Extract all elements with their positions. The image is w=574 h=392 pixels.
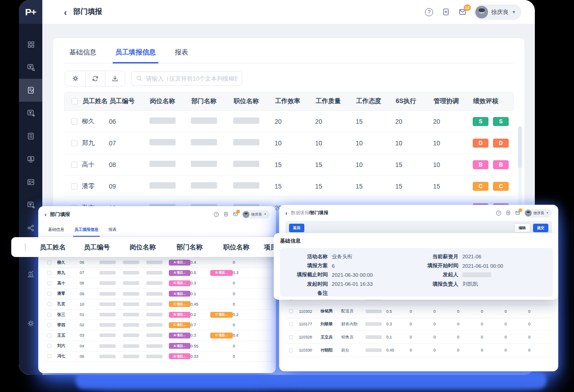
row-checkbox[interactable]	[47, 333, 51, 338]
value-cell: 0	[457, 309, 481, 314]
text-placeholder	[146, 292, 163, 296]
row-checkbox[interactable]	[289, 335, 293, 339]
column-header: 员工编号	[108, 97, 148, 105]
sidebar-item-fill-report[interactable]	[19, 79, 42, 102]
column-header-label: 员工编号	[109, 97, 135, 104]
mail-icon[interactable]	[515, 210, 520, 216]
row-checkbox[interactable]	[47, 302, 51, 306]
basic-info-title: 基础信息	[280, 238, 553, 244]
value-cell: 0	[434, 335, 457, 339]
sidebar-item-id-card[interactable]	[19, 171, 42, 194]
user-menu[interactable]: 徐庆良 ▼	[242, 210, 270, 219]
sidebar-item-salary-out[interactable]	[19, 102, 42, 125]
row-checkbox[interactable]	[47, 261, 51, 265]
fill-report-icon	[27, 86, 35, 95]
select-all-checkbox[interactable]	[25, 243, 26, 251]
row-checkbox[interactable]	[47, 354, 51, 358]
row-checkbox[interactable]	[289, 309, 293, 313]
value-cell: 0.2	[190, 312, 210, 317]
employee-id: 110302	[299, 309, 321, 314]
row-checkbox[interactable]	[47, 313, 51, 317]
employee-name: 郑九	[57, 270, 80, 276]
new-doc-icon[interactable]	[223, 212, 229, 217]
sidebar-item-training[interactable]	[19, 148, 42, 171]
info-field-value: 2021-06-01 16:33	[332, 281, 373, 287]
app-logo[interactable]: P+	[19, 0, 42, 24]
placeholder-cell	[231, 182, 273, 190]
back-icon[interactable]: ‹	[64, 8, 67, 17]
search-input[interactable]	[131, 71, 242, 86]
help-icon[interactable]: ?	[213, 212, 219, 217]
value-cell: 0	[505, 322, 529, 326]
row-checkbox[interactable]	[289, 348, 293, 352]
popup-tab-员工填报信息[interactable]: 员工填报信息	[74, 227, 99, 236]
refresh-button[interactable]	[85, 71, 105, 86]
text-placeholder	[99, 313, 116, 316]
column-header-label: 绩效评核	[473, 97, 498, 104]
popup-left-topbar: ‹ 部门填报 ? 徐庆良 ▼	[38, 206, 276, 222]
text-placeholder	[191, 182, 217, 189]
row-checkbox[interactable]	[47, 281, 51, 285]
basic-info-panel: 活动名称业务头衔填报方案6填报截止时间2021-06-30 00:00发起时间2…	[280, 248, 553, 297]
text-placeholder	[146, 261, 163, 264]
user-menu[interactable]: 徐庆良 ▼	[474, 5, 521, 20]
text-placeholder	[99, 281, 116, 285]
text-placeholder	[99, 355, 116, 358]
edit-button[interactable]: 编辑	[514, 223, 530, 233]
row-checkbox[interactable]	[71, 162, 77, 168]
text-placeholder	[146, 355, 163, 358]
mail-icon[interactable]	[232, 212, 238, 217]
tab-报表[interactable]: 报表	[175, 48, 188, 63]
value-cell: 0.3	[233, 270, 253, 275]
value-cell: 0.55	[190, 344, 210, 348]
text-placeholder	[123, 355, 139, 358]
help-icon[interactable]: ?	[424, 7, 434, 17]
placeholder-cell	[189, 139, 231, 147]
sidebar-item-calculator[interactable]	[19, 125, 42, 148]
row-checkbox[interactable]	[47, 292, 51, 296]
tab-员工填报信息[interactable]: 员工填报信息	[115, 48, 156, 63]
value-cell: 0.3	[190, 281, 210, 285]
new-doc-icon[interactable]	[505, 210, 511, 216]
row-checkbox[interactable]	[71, 140, 77, 146]
popup-tab-报表[interactable]: 报表	[108, 227, 117, 236]
breadcrumb-parent[interactable]: 数据填报	[291, 210, 309, 216]
back-icon[interactable]: ‹	[285, 210, 287, 216]
row-checkbox[interactable]	[71, 183, 77, 189]
value-cell: 0.5	[386, 309, 410, 314]
row-checkbox[interactable]	[47, 323, 51, 327]
help-icon[interactable]: ?	[496, 210, 502, 216]
text-placeholder	[233, 182, 259, 189]
popup-tab-基础信息[interactable]: 基础信息	[48, 227, 64, 236]
score-cell: 10	[273, 140, 313, 147]
back-button[interactable]: 返回	[289, 224, 304, 232]
project-badge: B 项目...	[169, 353, 190, 359]
popup-right-topbar: ‹ 数据填报 /部门填报 ? 徐庆良 ▼	[279, 205, 558, 221]
grade-badge: D	[473, 139, 488, 148]
download-button[interactable]	[105, 71, 125, 86]
select-all-checkbox[interactable]	[72, 98, 78, 104]
project-badge: A 项目...	[169, 260, 190, 266]
row-checkbox[interactable]	[71, 118, 77, 125]
score-cell: 15	[313, 161, 354, 168]
placeholder-cell	[189, 161, 231, 168]
settings-button[interactable]	[65, 71, 85, 86]
user-menu[interactable]: 徐庆良 ▼	[524, 209, 552, 217]
mail-icon[interactable]: 12	[457, 7, 467, 17]
row-checkbox[interactable]	[47, 344, 51, 348]
row-checkbox[interactable]	[47, 271, 51, 275]
submit-button[interactable]: 提交	[533, 224, 548, 232]
sidebar-item-apps[interactable]	[19, 33, 42, 56]
text-placeholder	[123, 261, 139, 264]
value-cell: 0.3	[386, 322, 410, 326]
text-placeholder	[99, 333, 116, 337]
text-placeholder	[99, 344, 116, 348]
back-icon[interactable]: ‹	[45, 211, 46, 218]
sidebar-item-fill-search[interactable]	[19, 56, 42, 79]
column-header: 工作效率	[273, 97, 314, 105]
row-checkbox[interactable]	[289, 322, 293, 326]
new-doc-icon[interactable]	[441, 7, 451, 17]
popup-left-title: 部门填报	[50, 211, 70, 218]
tab-基础信息[interactable]: 基础信息	[69, 48, 96, 63]
employee-no: 07	[80, 270, 99, 275]
